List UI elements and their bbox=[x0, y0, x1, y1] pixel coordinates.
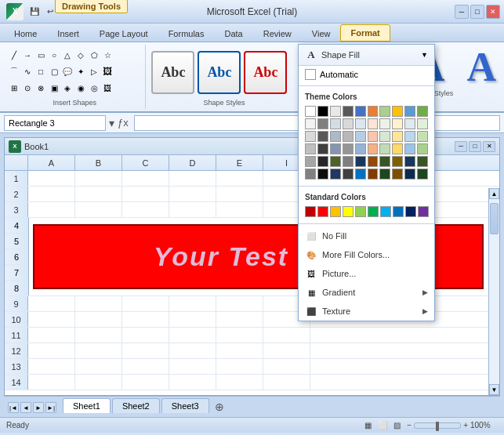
grid-cell[interactable] bbox=[122, 296, 169, 311]
grid-cell[interactable] bbox=[122, 328, 169, 343]
grid-cell[interactable] bbox=[216, 328, 263, 343]
sheet-tab-2[interactable]: Sheet2 bbox=[112, 398, 160, 413]
theme-color-swatch[interactable] bbox=[305, 106, 316, 117]
shape-arrow-icon[interactable]: → bbox=[21, 49, 34, 61]
grid-cell[interactable] bbox=[169, 312, 216, 327]
scroll-right-button[interactable]: ► bbox=[488, 396, 499, 397]
theme-color-swatch[interactable] bbox=[392, 169, 403, 179]
col-header-c[interactable]: C bbox=[122, 155, 169, 170]
theme-color-swatch[interactable] bbox=[392, 131, 403, 142]
style-button-1[interactable]: Abc bbox=[151, 51, 194, 94]
sheet-close-button[interactable]: ✕ bbox=[483, 141, 495, 152]
save-button[interactable]: 💾 bbox=[27, 5, 42, 18]
theme-color-swatch[interactable] bbox=[368, 106, 379, 117]
theme-color-swatch[interactable] bbox=[379, 106, 390, 117]
grid-cell[interactable] bbox=[75, 296, 122, 311]
grid-cell[interactable] bbox=[216, 312, 263, 327]
tab-review[interactable]: Review bbox=[253, 25, 302, 42]
shape-extra7-icon[interactable]: ◎ bbox=[88, 82, 100, 95]
sheet-next-button[interactable]: ► bbox=[33, 402, 44, 413]
theme-color-swatch[interactable] bbox=[404, 118, 415, 129]
grid-cell[interactable] bbox=[28, 171, 75, 186]
name-box[interactable] bbox=[4, 115, 106, 131]
grid-cell[interactable] bbox=[28, 296, 75, 311]
theme-color-swatch[interactable] bbox=[368, 131, 379, 142]
style-button-2[interactable]: Abc bbox=[198, 51, 241, 94]
maximize-button[interactable]: □ bbox=[470, 5, 484, 19]
grid-cell[interactable] bbox=[28, 187, 75, 201]
theme-color-swatch[interactable] bbox=[368, 143, 379, 154]
shape-misc-icon[interactable]: ✦ bbox=[74, 65, 87, 78]
zoom-in-button[interactable]: + bbox=[463, 421, 468, 430]
grid-cell[interactable] bbox=[122, 375, 169, 390]
theme-color-swatch[interactable] bbox=[330, 156, 341, 167]
theme-color-swatch[interactable] bbox=[392, 118, 403, 129]
normal-view-icon[interactable]: ▦ bbox=[364, 421, 372, 430]
theme-color-swatch[interactable] bbox=[368, 118, 379, 129]
formula-expand-icon[interactable]: ▾ bbox=[109, 117, 114, 129]
grid-cell[interactable] bbox=[122, 202, 169, 217]
grid-cell[interactable] bbox=[75, 187, 122, 201]
sheet-last-button[interactable]: ►| bbox=[45, 402, 56, 413]
grid-cell[interactable] bbox=[75, 343, 122, 358]
theme-color-swatch[interactable] bbox=[417, 143, 428, 154]
sheet-first-button[interactable]: |◄ bbox=[8, 402, 19, 413]
standard-color-swatch[interactable] bbox=[317, 206, 328, 217]
standard-color-swatch[interactable] bbox=[343, 206, 354, 217]
standard-color-swatch[interactable] bbox=[355, 206, 366, 217]
theme-color-swatch[interactable] bbox=[317, 118, 328, 129]
tab-insert[interactable]: Insert bbox=[47, 25, 89, 42]
shape-rounded-icon[interactable]: ▢ bbox=[48, 65, 60, 78]
shape-pentagon-icon[interactable]: ⬠ bbox=[88, 49, 100, 61]
grid-cell[interactable] bbox=[263, 328, 310, 343]
grid-cell[interactable] bbox=[28, 328, 75, 343]
grid-cell[interactable] bbox=[75, 359, 122, 374]
sheet-maximize-button[interactable]: □ bbox=[469, 141, 481, 152]
sheet-tab-1[interactable]: Sheet1 bbox=[63, 398, 111, 413]
theme-color-swatch[interactable] bbox=[305, 118, 316, 129]
theme-color-swatch[interactable] bbox=[343, 143, 354, 154]
shape-freeform-icon[interactable]: ∿ bbox=[21, 65, 34, 78]
shape-rect-icon[interactable]: ▭ bbox=[34, 49, 47, 61]
theme-color-swatch[interactable] bbox=[343, 106, 354, 117]
theme-color-swatch[interactable] bbox=[317, 131, 328, 142]
scroll-left-button[interactable]: ◄ bbox=[5, 396, 16, 397]
shape-triangle-icon[interactable]: △ bbox=[61, 49, 74, 61]
grid-cell[interactable] bbox=[263, 375, 310, 390]
theme-color-swatch[interactable] bbox=[417, 156, 428, 167]
theme-color-swatch[interactable] bbox=[355, 143, 366, 154]
tab-pagelayout[interactable]: Page Layout bbox=[89, 25, 158, 42]
standard-color-swatch[interactable] bbox=[380, 206, 391, 217]
grid-cell[interactable] bbox=[122, 312, 169, 327]
tab-format[interactable]: Format bbox=[340, 24, 390, 42]
grid-cell[interactable] bbox=[216, 359, 263, 374]
grid-cell[interactable] bbox=[28, 202, 75, 217]
grid-cell[interactable] bbox=[122, 359, 169, 374]
col-header-a[interactable]: A bbox=[28, 155, 75, 170]
page-break-icon[interactable]: ▨ bbox=[393, 421, 401, 430]
grid-cell[interactable] bbox=[75, 171, 122, 186]
theme-color-swatch[interactable] bbox=[417, 106, 428, 117]
theme-color-swatch[interactable] bbox=[317, 143, 328, 154]
shape-line-icon[interactable]: ╱ bbox=[8, 49, 20, 61]
minimize-button[interactable]: ─ bbox=[455, 5, 469, 19]
scroll-down-button[interactable]: ▼ bbox=[489, 384, 499, 395]
grid-cell[interactable] bbox=[216, 171, 263, 186]
shape-extra3-icon[interactable]: ⊗ bbox=[34, 82, 47, 95]
grid-cell[interactable] bbox=[169, 296, 216, 311]
grid-cell[interactable] bbox=[75, 375, 122, 390]
theme-color-swatch[interactable] bbox=[343, 156, 354, 167]
grid-cell[interactable] bbox=[216, 187, 263, 201]
shape-extra6-icon[interactable]: ◉ bbox=[74, 82, 87, 95]
shape-extra8-icon[interactable]: 🖼 bbox=[101, 82, 114, 95]
theme-color-swatch[interactable] bbox=[355, 169, 366, 179]
grid-cell[interactable] bbox=[216, 296, 263, 311]
theme-color-swatch[interactable] bbox=[305, 156, 316, 167]
tab-view[interactable]: View bbox=[302, 25, 341, 42]
grid-cell[interactable] bbox=[28, 359, 75, 374]
theme-color-swatch[interactable] bbox=[417, 118, 428, 129]
shape-extra2-icon[interactable]: ⊙ bbox=[21, 82, 34, 95]
no-fill-option[interactable]: ⬜ No Fill bbox=[299, 227, 434, 245]
grid-cell[interactable] bbox=[28, 375, 75, 390]
theme-color-swatch[interactable] bbox=[317, 169, 328, 179]
